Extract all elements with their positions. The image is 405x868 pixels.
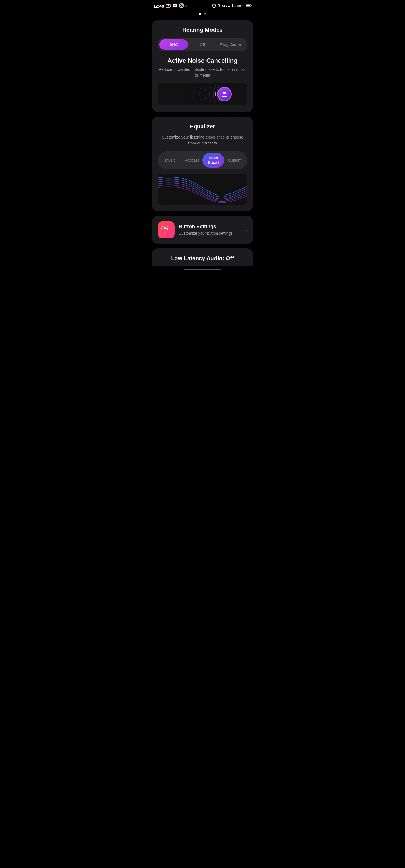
svg-line-11: [212, 4, 213, 5]
svg-line-12: [215, 4, 216, 5]
svg-rect-18: [246, 5, 250, 7]
svg-point-6: [180, 5, 182, 6]
indicator-1: [199, 13, 201, 16]
svg-rect-19: [251, 5, 252, 6]
button-settings-icon-wrap: [158, 221, 175, 238]
status-bar: 12:48: [148, 0, 257, 11]
anc-slider[interactable]: − +: [158, 83, 247, 105]
mode-stay-aware[interactable]: Stay-Aware: [217, 39, 245, 50]
equalizer-description: Customize your listening experience or c…: [158, 134, 247, 146]
status-right: 5G 100%: [212, 3, 252, 9]
anc-title: Active Noise Cancelling: [158, 57, 247, 64]
low-latency-card: Low Latency Audio: Off: [152, 248, 253, 266]
eq-tab-bass-boost[interactable]: Bass Boost: [202, 153, 224, 167]
anc-description: Reduce unwanted outside noise to focus o…: [158, 67, 247, 79]
button-settings-desc: Customize your button settings.: [179, 231, 241, 237]
button-settings-title: Button Settings: [179, 224, 241, 230]
svg-rect-13: [228, 6, 229, 7]
battery-label: 100%: [235, 4, 244, 8]
photo-icon: [166, 4, 171, 8]
svg-rect-5: [179, 4, 183, 8]
mode-off[interactable]: Off: [188, 39, 217, 50]
network-label: 5G: [222, 4, 227, 8]
svg-rect-15: [231, 5, 231, 7]
eq-tab-music[interactable]: Music: [160, 155, 181, 165]
hearing-modes-card: Hearing Modes ANC Off Stay-Aware Active …: [152, 20, 253, 112]
mode-selector: ANC Off Stay-Aware: [158, 38, 247, 52]
svg-line-23: [163, 226, 163, 227]
eq-tab-podcast[interactable]: Podcast: [181, 155, 203, 165]
svg-point-7: [182, 4, 183, 5]
slider-track[interactable]: [169, 94, 210, 94]
youtube-icon: [172, 4, 177, 8]
instagram-icon: [179, 3, 184, 9]
slider-minus-icon: −: [162, 91, 166, 98]
button-settings-text: Button Settings Customize your button se…: [179, 224, 241, 237]
eq-tab-custom[interactable]: Custom: [224, 155, 246, 165]
person-icon: [221, 90, 228, 98]
equalizer-title: Equalizer: [158, 123, 247, 130]
alarm-icon: [212, 3, 216, 9]
slider-plus-icon: +: [214, 91, 218, 98]
low-latency-title: Low Latency Audio: Off: [158, 255, 247, 262]
bottom-bar: [148, 266, 257, 272]
home-indicator: [184, 269, 221, 270]
mode-anc[interactable]: ANC: [160, 39, 188, 50]
eq-wave: [158, 174, 247, 205]
svg-line-10: [214, 6, 214, 6]
page-indicators: [148, 11, 257, 20]
signal-bars-icon: [228, 4, 233, 8]
equalizer-card: Equalizer Customize your listening exper…: [152, 117, 253, 211]
button-settings-card[interactable]: Button Settings Customize your button se…: [152, 216, 253, 244]
svg-point-21: [164, 227, 166, 229]
chevron-right-icon: ›: [245, 227, 247, 233]
eq-wave-svg: [158, 174, 247, 205]
dot-indicator: [185, 5, 187, 7]
time: 12:48: [153, 4, 164, 8]
svg-rect-14: [230, 6, 230, 7]
status-left: 12:48: [153, 3, 187, 9]
hearing-modes-title: Hearing Modes: [158, 27, 247, 33]
anc-thumb[interactable]: [217, 87, 232, 101]
svg-rect-16: [232, 4, 233, 7]
svg-line-25: [167, 226, 167, 227]
equalizer-tabs: Music Podcast Bass Boost Custom: [158, 151, 247, 169]
svg-point-20: [223, 92, 226, 94]
bluetooth-icon: [218, 3, 221, 9]
battery-icon: [245, 4, 252, 8]
indicator-2: [204, 13, 206, 16]
button-settings-row: Button Settings Customize your button se…: [158, 221, 247, 238]
svg-point-1: [168, 5, 169, 7]
touch-icon: [162, 225, 171, 235]
svg-rect-2: [167, 4, 169, 5]
